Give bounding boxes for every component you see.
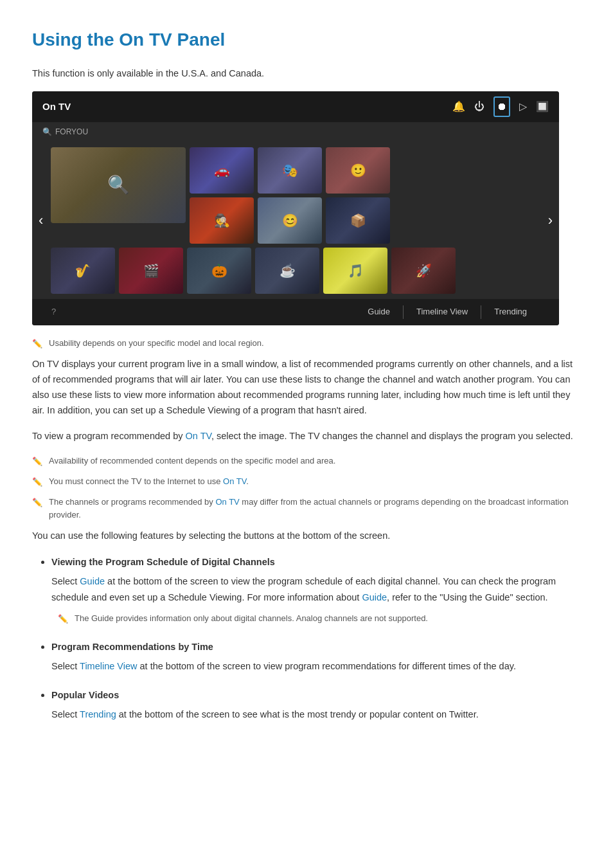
thumbnail-6[interactable]: 🙂 [326, 147, 390, 194]
thumb-icon-2: 🚗 [214, 160, 230, 181]
feature1-sub-note: ✏️ The Guide provides information only a… [51, 612, 581, 626]
feature1-guide-link2[interactable]: Guide [362, 592, 387, 602]
note-2: ✏️ Availability of recommended content d… [32, 455, 581, 469]
thumb-icon-11: ☕ [280, 260, 296, 281]
record-icon[interactable]: ⏺ [493, 96, 510, 117]
note-icon-2: ✏️ [32, 455, 42, 469]
feature-title-3: Popular Videos [51, 688, 581, 703]
notification-icon[interactable]: 🔔 [452, 98, 465, 115]
thumbnail-2[interactable]: 🚗 [190, 147, 254, 194]
tv-panel-icons: 🔔 ⏻ ⏺ ▷ 🔲 [452, 96, 549, 117]
page-title: Using the On TV Panel [32, 26, 581, 55]
foryou-label: FORYOU [55, 126, 88, 138]
feature1-note-icon: ✏️ [58, 613, 68, 626]
intro-text: This function is only available in the U… [32, 66, 581, 81]
footer-link-guide[interactable]: Guide [355, 305, 404, 319]
thumb-icon-4: 🎭 [282, 160, 298, 181]
body2-on-tv-link[interactable]: On TV [186, 431, 211, 441]
note-icon-3: ✏️ [32, 476, 42, 489]
play-icon[interactable]: ▷ [519, 98, 527, 115]
tv-thumbnails: 🔍 🚗 🕵 🎭 😊 [51, 147, 540, 294]
feature-item-1: Viewing the Program Schedule of Digital … [51, 554, 581, 626]
tv-panel-label: On TV [42, 99, 71, 114]
feature-body-1: Select Guide at the bottom of the screen… [51, 576, 556, 602]
tv-panel-footer: ? Guide Timeline View Trending [32, 299, 559, 325]
body-paragraph-1: On TV displays your current program live… [32, 357, 581, 419]
body-paragraph-3: You can use the following features by se… [32, 529, 581, 544]
note-text-3: You must connect the TV to the Internet … [49, 475, 249, 489]
screen-icon[interactable]: 🔲 [536, 98, 549, 115]
tv-row-1: 🔍 🚗 🕵 🎭 😊 [51, 147, 540, 244]
feature-title-1: Viewing the Program Schedule of Digital … [51, 555, 581, 570]
note-text-4: The channels or programs recommended by … [49, 496, 581, 523]
note4-on-tv-link[interactable]: On TV [215, 497, 239, 507]
thumb-icon-7: 📦 [350, 210, 366, 231]
thumb-icon-10: 🎃 [211, 260, 227, 281]
note-icon-1: ✏️ [32, 338, 42, 351]
thumbnail-12[interactable]: 🎵 [323, 248, 387, 294]
note-4: ✏️ The channels or programs recommended … [32, 496, 581, 523]
tv-content-area: ‹ 🔍 🚗 🕵 🎭 [32, 142, 559, 299]
thumbnail-10[interactable]: 🎃 [187, 248, 251, 294]
thumbnail-7[interactable]: 📦 [326, 197, 390, 244]
thumb-icon-3: 🕵 [214, 210, 230, 231]
thumb-icon-8: 🎷 [75, 260, 91, 281]
feature-list: Viewing the Program Schedule of Digital … [32, 554, 581, 723]
thumb-icon-6: 🙂 [350, 160, 366, 181]
feature-item-2: Program Recommendations by Time Select T… [51, 639, 581, 674]
thumb-icon-13: 🚀 [416, 260, 432, 281]
thumb-icon-1: 🔍 [107, 170, 130, 199]
tv-panel: On TV 🔔 ⏻ ⏺ ▷ 🔲 🔍 FORYOU ‹ 🔍 🚗 [32, 91, 559, 325]
note-icon-4: ✏️ [32, 496, 42, 510]
tv-panel-header: On TV 🔔 ⏻ ⏺ ▷ 🔲 [32, 91, 559, 122]
thumb-icon-12: 🎵 [348, 260, 364, 281]
feature-item-3: Popular Videos Select Trending at the bo… [51, 687, 581, 723]
thumbnail-9[interactable]: 🎬 [119, 248, 183, 294]
thumbnail-8[interactable]: 🎷 [51, 248, 115, 294]
feature1-note-text: The Guide provides information only abou… [75, 612, 428, 626]
thumbnail-11[interactable]: ☕ [255, 248, 319, 294]
thumbnail-1[interactable]: 🔍 [51, 147, 186, 223]
feature-body-3: Select Trending at the bottom of the scr… [51, 709, 479, 719]
thumbnail-4[interactable]: 🎭 [258, 147, 322, 194]
feature1-guide-link1[interactable]: Guide [80, 576, 105, 586]
thumbnail-3[interactable]: 🕵 [190, 197, 254, 244]
nav-arrow-right[interactable]: › [544, 209, 556, 231]
nav-arrow-left[interactable]: ‹ [35, 209, 47, 231]
thumb-icon-9: 🎬 [143, 260, 159, 281]
thumbnail-13[interactable]: 🚀 [391, 248, 456, 294]
body2-prefix: To view a program recommended by [32, 431, 186, 441]
note3-on-tv-link[interactable]: On TV [223, 476, 246, 486]
feature-body-2: Select Timeline View at the bottom of th… [51, 661, 516, 671]
feature2-timeline-link[interactable]: Timeline View [80, 661, 137, 671]
body-paragraph-2: To view a program recommended by On TV, … [32, 429, 581, 444]
thumb-icon-5: 😊 [282, 210, 298, 231]
foryou-icon: 🔍 [42, 126, 52, 138]
note-1: ✏️ Usability depends on your specific mo… [32, 337, 581, 351]
tv-footer-links: Guide Timeline View Trending [355, 305, 540, 319]
tv-for-you: 🔍 FORYOU [32, 122, 559, 142]
feature3-trending-link[interactable]: Trending [80, 709, 116, 719]
tv-footer-help[interactable]: ? [51, 305, 56, 319]
note-text-2: Availability of recommended content depe… [49, 455, 335, 468]
feature-title-2: Program Recommendations by Time [51, 640, 581, 655]
footer-link-trending[interactable]: Trending [481, 305, 540, 319]
footer-link-timeline[interactable]: Timeline View [404, 305, 481, 319]
thumbnail-5[interactable]: 😊 [258, 197, 322, 244]
power-icon[interactable]: ⏻ [474, 98, 484, 115]
note-3: ✏️ You must connect the TV to the Intern… [32, 475, 581, 489]
body2-suffix: , select the image. The TV changes the c… [211, 431, 573, 441]
tv-row-2: 🎷 🎬 🎃 ☕ 🎵 🚀 [51, 248, 540, 294]
note-text-1: Usability depends on your specific model… [49, 337, 264, 350]
